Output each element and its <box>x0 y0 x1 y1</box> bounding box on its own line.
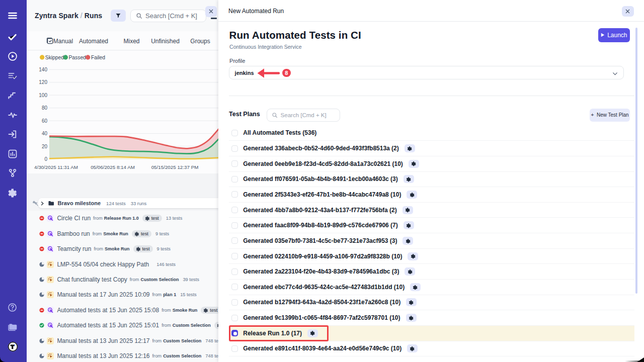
svg-text:100: 100 <box>39 93 47 98</box>
svg-text:Passed: Passed <box>69 55 87 60</box>
svg-text:140: 140 <box>39 67 47 72</box>
svg-text:80: 80 <box>42 105 48 111</box>
svg-text:120: 120 <box>39 79 47 85</box>
svg-text:20: 20 <box>42 144 48 149</box>
svg-text:60: 60 <box>42 118 48 124</box>
svg-text:40: 40 <box>42 131 48 136</box>
svg-text:05/15/2025 12:37 PM: 05/15/2025 12:37 PM <box>151 164 199 170</box>
svg-text:Failed: Failed <box>91 55 105 60</box>
svg-text:05/06/2025 8:14 AM: 05/06/2025 8:14 AM <box>91 164 135 170</box>
svg-text:0: 0 <box>44 156 47 162</box>
svg-text:4/30/2025 11:31 AM: 4/30/2025 11:31 AM <box>34 164 78 170</box>
svg-text:Skipped: Skipped <box>45 55 64 60</box>
